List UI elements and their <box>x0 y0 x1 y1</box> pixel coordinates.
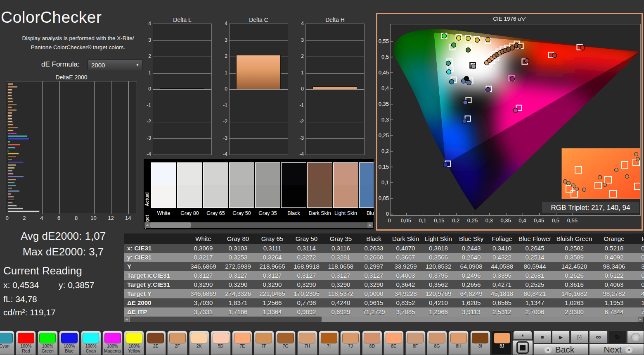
swatch-actual <box>178 163 202 185</box>
swatch-actual <box>334 163 358 185</box>
table-cell: 0,3395 <box>487 271 517 280</box>
table-cell: 0,2645 <box>517 244 553 253</box>
pattern-tab-100-yellow[interactable]: 100% Yellow <box>124 331 144 355</box>
next-button[interactable]: Next » <box>589 344 644 355</box>
gridline <box>59 81 60 214</box>
pattern-tab-8e[interactable]: 8E <box>384 331 404 355</box>
scroll-left-icon[interactable]: ◀ <box>144 222 150 228</box>
y-tick-label: 4 <box>143 21 151 26</box>
pattern-tab-7j[interactable]: 7J <box>340 331 360 355</box>
pattern-tab-7h[interactable]: 7H <box>297 331 317 355</box>
table-row-label: y: CIE31 <box>124 253 186 262</box>
up-arrow-button[interactable]: ▲ <box>513 331 532 340</box>
pattern-tab-100-cyan[interactable]: 100% Cyan <box>81 331 101 355</box>
gridline <box>306 73 364 74</box>
deltae-bar <box>7 176 24 178</box>
swatch-target <box>152 185 176 207</box>
table-cell: 118,5372 <box>324 289 358 298</box>
loop-button[interactable]: ∞ <box>589 331 608 343</box>
color-swatch: Dark Skin <box>307 162 332 216</box>
scroll-left-icon[interactable]: ◀ <box>124 317 129 322</box>
pattern-tab-8j[interactable]: 8J <box>492 331 512 355</box>
pattern-tab-100-red[interactable]: 100% Red <box>16 331 36 355</box>
stop-button[interactable]: ■ <box>533 331 551 343</box>
x-tick-label: 0,05 <box>401 217 411 224</box>
pattern-tab-2e[interactable]: 2E <box>146 331 166 355</box>
pattern-tab-2f[interactable]: 2F <box>167 331 187 355</box>
scroll-right-icon[interactable]: ▶ <box>638 317 643 322</box>
cie-measured-dot <box>463 100 468 105</box>
pattern-tab-7i[interactable]: 7I <box>319 331 339 355</box>
pattern-swatch <box>213 333 229 343</box>
next-chevron-icon: » <box>625 345 633 353</box>
swatch-target <box>204 185 228 207</box>
swatch-label: White <box>151 210 176 216</box>
play-button[interactable]: ▶ <box>552 331 570 343</box>
table-cell: 0,5218 <box>596 244 632 253</box>
pattern-swatch <box>321 333 337 343</box>
pattern-tab-5d[interactable]: 5D <box>211 331 231 355</box>
table-cell: 0,216 <box>632 271 644 280</box>
table-cell: 0,3127 <box>289 271 324 280</box>
table-row: Target y:CIE310,32900,32900,32900,32900,… <box>124 280 644 289</box>
gridline <box>230 122 288 122</box>
pattern-window-button[interactable] <box>512 340 533 355</box>
pattern-tab-8d[interactable]: 8D <box>362 331 382 355</box>
de-formula-dropdown[interactable]: 2000 ▼ <box>88 60 142 70</box>
deltae-bar <box>7 205 17 207</box>
swatch-target <box>230 185 254 207</box>
pattern-tab-100-green[interactable]: 100% Green <box>38 331 58 355</box>
table-column-header <box>124 233 186 244</box>
pattern-tab-7f[interactable]: 7F <box>254 331 274 355</box>
pattern-tab-8i[interactable]: 8I <box>470 331 490 355</box>
deltae-bar <box>7 184 16 186</box>
cie-zoom-inset <box>562 148 640 199</box>
stop-icon: ■ <box>541 334 544 340</box>
pattern-tab-label: 2F <box>168 344 187 349</box>
gridline <box>42 81 43 214</box>
pattern-tab-100-magenta[interactable]: 100% Magenta <box>102 331 123 355</box>
scrollbar-thumb[interactable] <box>150 222 191 228</box>
table-cell: 40,74 <box>632 289 644 298</box>
table-cell: 0,189 <box>632 253 644 262</box>
delta-chart-plot <box>153 24 212 155</box>
scrollbar-thumb[interactable] <box>130 317 322 322</box>
swatch-colors <box>203 162 228 208</box>
pattern-tab-2k[interactable]: 2K <box>189 331 209 355</box>
table-row-label: ΔE ITP <box>124 307 186 317</box>
gridline <box>153 89 211 90</box>
swatch-scrollbar[interactable]: ◀ ▶ <box>144 222 373 228</box>
status-circle-button[interactable] <box>627 331 644 343</box>
pattern-swatch <box>342 333 359 343</box>
pattern-tab-label: 8G <box>427 344 447 349</box>
pattern-swatch <box>494 333 510 343</box>
pattern-tab-8f[interactable]: 8F <box>405 331 426 355</box>
pattern-tab-7e[interactable]: 7E <box>232 331 252 355</box>
table-cell: 3,7085 <box>390 307 421 317</box>
gridline <box>230 138 288 139</box>
swatch-actual <box>204 163 228 185</box>
table-cell: 0,3127 <box>186 271 221 280</box>
y-tick-label: -3 <box>143 135 151 141</box>
pattern-tab-100-blue[interactable]: 100% Blue <box>59 331 79 355</box>
table-cell: 0,4271 <box>487 280 517 289</box>
table-header-row: WhiteGray 80Gray 65Gray 50Gray 35BlackDa… <box>124 233 644 244</box>
gridline <box>128 81 129 214</box>
swatch-colors <box>359 162 374 208</box>
pattern-tab-8h[interactable]: 8H <box>448 331 469 355</box>
pattern-swatch <box>472 333 488 343</box>
pattern-tab-8g[interactable]: 8G <box>427 331 447 355</box>
table-cell: 71,2729 <box>358 307 390 317</box>
x-tick-label: 0,55 <box>567 217 578 224</box>
pattern-tab-cyan[interactable]: Cyan <box>0 331 14 355</box>
chevron-down-icon[interactable]: ▼ <box>133 63 142 67</box>
color-swatch: Blue <box>359 162 374 216</box>
refresh-button[interactable]: ↻ <box>608 331 627 343</box>
deltae-bar <box>7 112 12 114</box>
table-scrollbar[interactable]: ◀ ▶ <box>124 317 643 322</box>
pattern-tab-7g[interactable]: 7G <box>275 331 296 355</box>
marker-button[interactable]: [·] <box>571 331 588 343</box>
swatch-label: Gray 80 <box>177 210 202 216</box>
back-button[interactable]: « Back <box>533 344 588 355</box>
scroll-right-icon[interactable]: ▶ <box>367 222 373 228</box>
